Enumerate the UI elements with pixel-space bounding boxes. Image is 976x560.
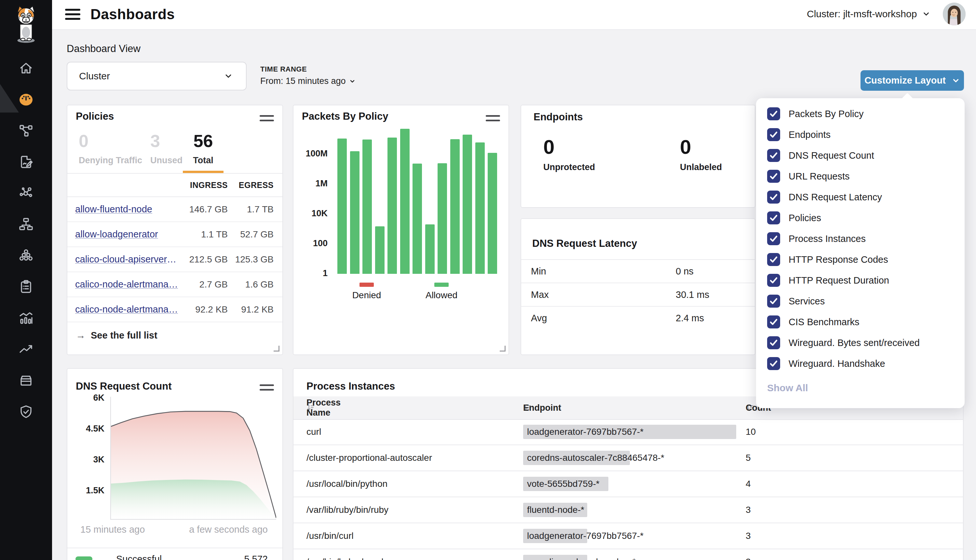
y-tick-label: 1	[294, 268, 328, 278]
column-process-name[interactable]: Process Name	[307, 403, 315, 412]
see-full-list-link[interactable]: → See the full list	[67, 322, 282, 348]
checkbox-checked-icon	[767, 336, 780, 349]
time-range-value[interactable]: From: 15 minutes ago	[260, 76, 355, 86]
process-row: /var/lib/ruby/bin/ruby fluentd-node-* 3	[294, 497, 963, 523]
column-endpoint[interactable]: Endpoint	[523, 403, 532, 412]
stat-label: Unprotected	[543, 162, 595, 172]
process-name: curl	[307, 427, 321, 437]
time-range: TIME RANGE From: 15 minutes ago	[260, 65, 355, 86]
policy-row: allow-fluentd-node 146.7 GB 1.7 TB	[67, 197, 282, 222]
card-title: DNS Request Latency	[532, 238, 637, 250]
chart-legend-table: Successful 5,572	[67, 548, 282, 560]
resize-handle[interactable]	[274, 346, 279, 352]
dashboard-view-select[interactable]: Cluster	[67, 62, 247, 90]
layout-menu-item[interactable]: Wireguard. Bytes sent/received	[756, 332, 964, 353]
policies-stat-denying-traffic[interactable]: 0 Denying Traffic	[79, 132, 142, 171]
process-name: /usr/bin/curl	[307, 531, 354, 541]
sidebar-item-service-graph[interactable]	[0, 178, 52, 209]
policies-stat-unused[interactable]: 3 Unused	[150, 132, 182, 171]
policy-link[interactable]: allow-loadgenerator	[75, 229, 179, 240]
packets-bar	[488, 153, 497, 274]
process-count: 3	[746, 557, 751, 560]
sidebar-item-dashboards-active[interactable]	[0, 84, 52, 115]
layout-menu-item[interactable]: Process Instances	[756, 228, 964, 249]
policy-row: calico-cloud-apiserver-… 212.5 GB 125.3 …	[67, 247, 282, 272]
layout-menu-item[interactable]: DNS Request Count	[756, 145, 964, 166]
user-avatar[interactable]	[943, 3, 966, 25]
process-row: /cluster-proportional-autoscaler coredns…	[294, 445, 963, 471]
layout-menu-item[interactable]: HTTP Request Duration	[756, 270, 964, 291]
process-name: /usr/bin/kube-bench	[307, 557, 387, 560]
x-label-start: 15 minutes ago	[80, 524, 145, 535]
layout-menu-item[interactable]: CIS Benchmarks	[756, 312, 964, 332]
layout-menu-item[interactable]: Endpoints	[756, 124, 964, 145]
area-chart	[111, 397, 276, 520]
layout-menu-item[interactable]: HTTP Response Codes	[756, 249, 964, 270]
sidebar-item-compliance[interactable]	[0, 271, 52, 302]
sidebar	[0, 0, 52, 560]
checkbox-checked-icon	[767, 253, 780, 266]
sidebar-item-image-assurance[interactable]	[0, 365, 52, 396]
process-count: 5	[746, 453, 751, 463]
menu-item-label: DNS Request Count	[789, 150, 874, 161]
legend-swatch	[359, 283, 374, 287]
layout-menu-item[interactable]: URL Requests	[756, 166, 964, 187]
sidebar-item-clusters[interactable]	[0, 240, 52, 271]
column-count[interactable]: Count	[746, 403, 754, 412]
y-tick-label: 10K	[294, 208, 328, 218]
home-icon	[18, 60, 34, 76]
chevron-down-icon	[349, 78, 355, 85]
resize-handle[interactable]	[500, 346, 506, 352]
endpoints-card: Endpoints 0 Unprotected 0 Unlabeled	[521, 105, 756, 208]
cluster-switcher[interactable]: Cluster: jlt-msft-workshop	[807, 8, 931, 20]
sidebar-item-endpoints[interactable]	[0, 209, 52, 240]
calico-cat-logo[interactable]	[10, 4, 42, 44]
show-all-link[interactable]: Show All	[767, 382, 964, 393]
sidebar-item-timeline[interactable]	[0, 302, 52, 334]
layout-menu-item[interactable]: Packets By Policy	[756, 103, 964, 124]
layout-menu-item[interactable]: Services	[756, 291, 964, 312]
sort-icon	[523, 403, 532, 412]
legend-item[interactable]: Denied	[345, 283, 388, 300]
policy-link[interactable]: allow-fluentd-node	[75, 204, 179, 215]
chart-legend: Denied Allowed	[294, 283, 509, 308]
policies-table-header: INGRESS EGRESS	[67, 174, 282, 197]
drag-handle-icon[interactable]	[260, 115, 274, 124]
policy-link[interactable]: calico-node-alertmana…	[75, 279, 179, 290]
endpoint-name: fluentd-node-*	[527, 505, 584, 515]
y-tick-label: 100M	[294, 148, 328, 159]
legend-label: Denied	[345, 290, 388, 300]
policies-stat-total[interactable]: 56 Total	[183, 132, 224, 173]
sidebar-item-policy-editor[interactable]	[0, 146, 52, 178]
sidebar-item-threat-defense[interactable]	[0, 396, 52, 427]
sidebar-item-network-sets[interactable]	[0, 115, 52, 146]
process-row: /usr/bin/curl loadgenerator-7697bb7567-*…	[294, 523, 963, 549]
endpoint-name: loadgenerator-7697bb7567-*	[527, 531, 644, 541]
molecule-icon	[18, 185, 34, 201]
policy-link[interactable]: calico-node-alertmana…	[75, 304, 179, 315]
stat-label: Total	[183, 155, 224, 165]
y-tick-label: 1M	[294, 178, 328, 188]
sidebar-item-home[interactable]	[0, 53, 52, 84]
checkbox-checked-icon	[767, 128, 780, 141]
packets-bar	[463, 135, 472, 274]
legend-item[interactable]: Allowed	[420, 283, 463, 300]
menu-item-label: HTTP Response Codes	[789, 254, 888, 265]
layout-menu-item[interactable]: Wireguard. Handshake	[756, 353, 964, 374]
layout-menu-item[interactable]: DNS Request Latency	[756, 187, 964, 207]
packets-bar	[400, 129, 410, 274]
sidebar-item-alerts[interactable]	[0, 334, 52, 365]
customize-layout-button[interactable]: Customize Layout	[861, 70, 964, 91]
drag-handle-icon[interactable]	[486, 115, 500, 124]
policy-ingress: 1.1 TB	[179, 229, 228, 240]
layout-menu-item[interactable]: Policies	[756, 207, 964, 228]
latency-row: Avg 2.4 ms	[521, 306, 755, 330]
view-select-value: Cluster	[79, 70, 110, 82]
menu-item-label: Endpoints	[789, 130, 831, 140]
process-row: curl loadgenerator-7697bb7567-* 10	[294, 419, 963, 445]
policy-link[interactable]: calico-cloud-apiserver-…	[75, 254, 179, 265]
drag-handle-icon[interactable]	[260, 384, 274, 393]
policy-egress: 1.7 TB	[228, 204, 274, 215]
hamburger-menu-icon[interactable]	[65, 9, 80, 21]
y-tick-label: 6K	[67, 393, 104, 403]
